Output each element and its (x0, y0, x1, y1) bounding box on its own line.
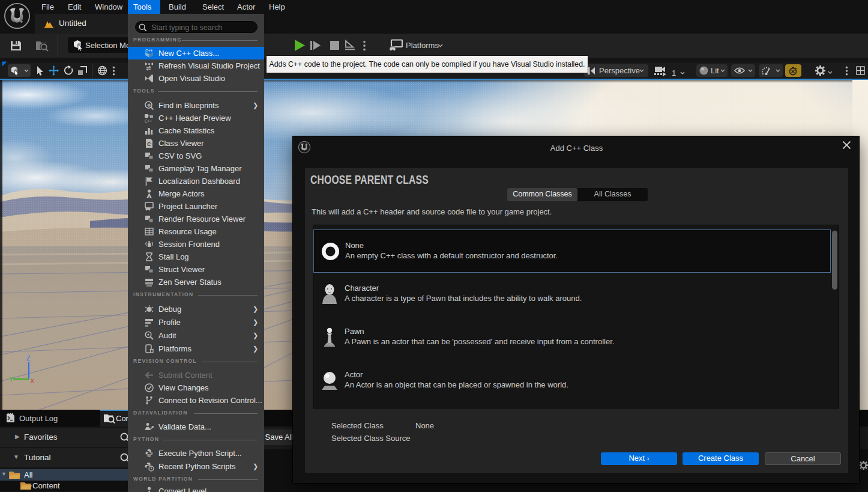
svg-text:x: x (31, 377, 34, 384)
svg-text:C++: C++ (145, 49, 152, 53)
svg-text:C++: C++ (145, 119, 152, 123)
svg-text:❖: ❖ (147, 103, 151, 108)
svg-text:Y: Y (9, 375, 14, 383)
svg-text:Z: Z (26, 355, 31, 362)
svg-text:C: C (147, 141, 151, 147)
